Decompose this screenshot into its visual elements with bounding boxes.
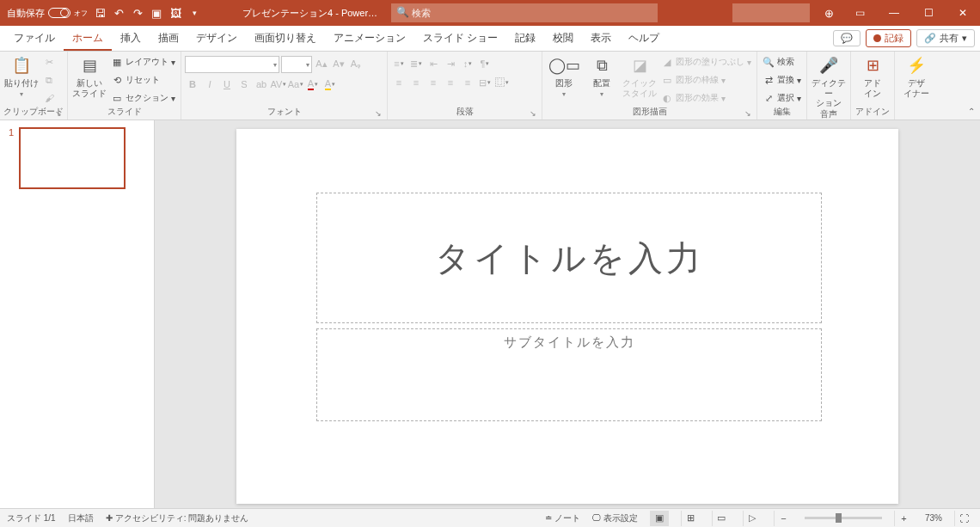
dialog-launcher-icon[interactable]: ↘ xyxy=(744,109,751,118)
align-center-button[interactable]: ≡ xyxy=(408,75,424,90)
slide-editor[interactable]: タイトルを入力 サブタイトルを入力 xyxy=(155,120,980,508)
save-icon[interactable]: 🖫 xyxy=(93,6,107,20)
slide-canvas[interactable]: タイトルを入力 サブタイトルを入力 xyxy=(236,129,898,504)
subtitle-placeholder[interactable]: サブタイトルを入力 xyxy=(316,328,822,421)
text-direction-button[interactable]: ¶ xyxy=(477,56,493,71)
font-color-button[interactable]: A xyxy=(305,77,321,92)
decrease-font-button[interactable]: A▾ xyxy=(331,56,346,71)
tab-file[interactable]: ファイル xyxy=(5,26,64,51)
title-placeholder[interactable]: タイトルを入力 xyxy=(316,193,822,323)
layout-button[interactable]: ▦レイアウト ▾ xyxy=(109,54,177,70)
zoom-slider[interactable] xyxy=(805,517,882,519)
change-case-button[interactable]: Aa xyxy=(288,77,303,92)
tab-help[interactable]: ヘルプ xyxy=(620,26,668,51)
collapse-ribbon-button[interactable]: ⌃ xyxy=(968,107,975,116)
shapes-button[interactable]: ◯▭図形▾ xyxy=(546,52,582,98)
italic-button[interactable]: I xyxy=(202,77,217,92)
slideshow-view-button[interactable]: ▷ xyxy=(743,511,762,526)
highlight-button[interactable]: A xyxy=(322,77,338,92)
shape-fill-button[interactable]: ◢図形の塗りつぶし ▾ xyxy=(659,54,753,70)
autosave-toggle[interactable]: 自動保存 オフ xyxy=(7,7,88,20)
font-size-select[interactable] xyxy=(281,56,312,73)
clear-formatting-button[interactable]: Aᵩ xyxy=(348,56,364,71)
quick-styles-button[interactable]: ◪クイック スタイル xyxy=(622,52,658,98)
language-indicator[interactable]: 日本語 xyxy=(68,512,94,524)
close-button[interactable]: ✕ xyxy=(946,0,980,26)
tab-transitions[interactable]: 画面切り替え xyxy=(246,26,325,51)
section-button[interactable]: ▭セクション ▾ xyxy=(109,90,177,106)
share-button[interactable]: 🔗 共有 ▾ xyxy=(916,29,975,47)
dialog-launcher-icon[interactable]: ↘ xyxy=(530,109,536,118)
bold-button[interactable]: B xyxy=(185,77,200,92)
zoom-out-button[interactable]: − xyxy=(774,511,793,526)
tab-slideshow[interactable]: スライド ショー xyxy=(414,26,506,51)
tab-animations[interactable]: アニメーション xyxy=(325,26,414,51)
char-spacing-button[interactable]: AV xyxy=(271,77,286,92)
find-button[interactable]: 🔍検索 xyxy=(761,54,803,70)
slide-counter[interactable]: スライド 1/1 xyxy=(7,512,56,524)
tab-insert[interactable]: 挿入 xyxy=(112,26,150,51)
from-beginning-icon[interactable]: ▣ xyxy=(150,6,163,20)
zoom-level[interactable]: 73% xyxy=(925,513,942,523)
shadow-button[interactable]: ab xyxy=(254,77,269,92)
distribute-button[interactable]: ≡ xyxy=(460,75,475,90)
tab-record[interactable]: 記録 xyxy=(506,26,544,51)
underline-button[interactable]: U xyxy=(219,77,235,92)
accessibility-checker[interactable]: ✚アクセシビリティ: 問題ありません xyxy=(106,512,249,524)
increase-indent-button[interactable]: ⇥ xyxy=(443,56,458,71)
record-button[interactable]: 記録 xyxy=(866,29,911,47)
qat-customize-icon[interactable]: ▾ xyxy=(187,6,201,20)
slide-thumbnail-pane[interactable]: 1 xyxy=(0,120,155,508)
copy-button[interactable]: ⧉ xyxy=(41,72,57,88)
increase-font-button[interactable]: A▴ xyxy=(314,56,329,71)
paste-button[interactable]: 📋 貼り付け ▾ xyxy=(3,52,40,98)
search-input[interactable] xyxy=(391,3,658,22)
font-name-select[interactable] xyxy=(185,56,279,73)
normal-view-button[interactable]: ▣ xyxy=(650,511,669,526)
dialog-launcher-icon[interactable]: ↘ xyxy=(55,109,62,118)
align-right-button[interactable]: ≡ xyxy=(426,75,441,90)
arrange-button[interactable]: ⧉配置▾ xyxy=(584,52,620,98)
shape-effects-button[interactable]: ◐図形の効果 ▾ xyxy=(659,90,753,106)
smartart-button[interactable]: ⿶ xyxy=(494,75,510,90)
fit-to-window-button[interactable]: ⛶ xyxy=(954,511,973,526)
insert-picture-icon[interactable]: 🖼 xyxy=(168,6,182,20)
dictate-button[interactable]: 🎤ディクテー ション xyxy=(811,52,847,108)
replace-button[interactable]: ⇄置換 ▾ xyxy=(761,72,803,88)
cut-button[interactable]: ✂ xyxy=(41,54,57,70)
thumbnail-1[interactable]: 1 xyxy=(9,127,145,189)
format-painter-button[interactable]: 🖌 xyxy=(41,90,57,106)
decrease-indent-button[interactable]: ⇤ xyxy=(426,56,441,71)
notes-button[interactable]: ≐ノート xyxy=(545,512,580,524)
new-slide-button[interactable]: ▤ 新しい スライド xyxy=(71,52,107,98)
justify-button[interactable]: ≡ xyxy=(443,75,458,90)
numbering-button[interactable]: ≣ xyxy=(408,56,424,71)
tab-design[interactable]: デザイン xyxy=(187,26,246,51)
tab-view[interactable]: 表示 xyxy=(582,26,620,51)
shape-outline-button[interactable]: ▭図形の枠線 ▾ xyxy=(659,72,753,88)
maximize-button[interactable]: ☐ xyxy=(911,0,946,26)
addins-button[interactable]: ⊞アド イン xyxy=(854,52,891,98)
align-left-button[interactable]: ≡ xyxy=(391,75,407,90)
comments-button[interactable]: 💬 xyxy=(833,30,861,46)
ribbon-display-icon[interactable]: ▭ xyxy=(842,0,877,26)
line-spacing-button[interactable]: ↕ xyxy=(460,56,475,71)
undo-icon[interactable]: ↶ xyxy=(112,6,126,20)
designer-button[interactable]: ⚡デザ イナー xyxy=(898,52,934,98)
bullets-button[interactable]: ≡ xyxy=(391,56,407,71)
sorter-view-button[interactable]: ⊞ xyxy=(681,511,700,526)
tab-review[interactable]: 校閲 xyxy=(544,26,582,51)
minimize-button[interactable]: — xyxy=(877,0,911,26)
reading-view-button[interactable]: ▭ xyxy=(712,511,731,526)
tab-draw[interactable]: 描画 xyxy=(150,26,187,51)
select-button[interactable]: ⤢選択 ▾ xyxy=(761,90,803,106)
display-settings-button[interactable]: 🖵表示設定 xyxy=(592,512,638,524)
redo-icon[interactable]: ↷ xyxy=(131,6,144,20)
coming-soon-icon[interactable]: ⊕ xyxy=(815,7,842,20)
tab-home[interactable]: ホーム xyxy=(64,26,112,51)
account-area[interactable] xyxy=(732,3,810,22)
columns-button[interactable]: ⊟ xyxy=(477,75,493,90)
strikethrough-button[interactable]: S xyxy=(236,77,252,92)
dialog-launcher-icon[interactable]: ↘ xyxy=(375,109,382,118)
reset-button[interactable]: ⟲リセット xyxy=(109,72,177,88)
